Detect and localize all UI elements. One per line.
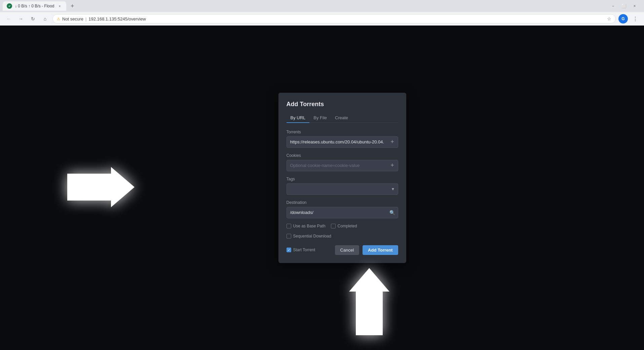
address-bar: ← → ↻ ⌂ ⚠ Not secure | 192.168.1.135:524… [0,12,644,26]
address-input[interactable]: ⚠ Not secure | 192.168.1.135:5245/overvi… [52,14,616,24]
destination-label: Destination [287,200,398,205]
destination-browse-button[interactable]: 🔍 [387,207,398,218]
torrents-input-row: + [287,136,398,148]
tab-by-file[interactable]: By File [309,113,331,123]
torrents-label: Torrents [287,130,398,134]
tab-by-url[interactable]: By URL [287,113,310,123]
options-row: Use as Base Path Completed Sequential Do… [287,224,398,238]
sequential-download-option[interactable]: Sequential Download [287,234,331,238]
close-button[interactable]: × [631,2,639,10]
completed-checkbox[interactable] [331,224,336,228]
destination-input[interactable] [287,207,387,218]
new-tab-button[interactable]: + [68,1,77,11]
security-text: Not secure [62,16,83,21]
chrome-menu-button[interactable]: ⋮ [631,14,640,24]
tags-field-group: Tags ▼ [287,177,398,195]
cookies-label: Cookies [287,153,398,158]
start-torrent-label: Start Torrent [293,248,315,252]
bookmark-icon[interactable]: ☆ [607,16,611,21]
start-torrent-checkbox[interactable]: ✓ [287,248,291,252]
sequential-download-checkbox[interactable] [287,234,291,238]
address-separator: | [85,16,86,21]
start-torrent-option[interactable]: ✓ Start Torrent [287,248,315,252]
torrents-input[interactable] [287,137,387,147]
page-content: Add Torrents By URL By File Create Torre… [0,26,644,350]
use-as-base-path-option[interactable]: Use as Base Path [287,224,326,228]
active-tab[interactable]: ↓ 0 B/s ↑ 0 B/s - Flood × [3,1,66,11]
add-torrent-button[interactable]: Add Torrent [363,245,398,255]
home-button[interactable]: ⌂ [40,14,50,24]
cookies-input[interactable] [287,160,387,171]
dialog-tabs: By URL By File Create [287,113,398,123]
reload-button[interactable]: ↻ [28,14,38,24]
forward-button[interactable]: → [16,14,26,24]
use-as-base-path-label: Use as Base Path [293,224,326,228]
cancel-button[interactable]: Cancel [335,245,359,255]
minimize-button[interactable]: − [609,2,617,10]
modal-overlay: Add Torrents By URL By File Create Torre… [0,26,644,350]
add-torrents-dialog: Add Torrents By URL By File Create Torre… [278,93,406,263]
tab-close-icon[interactable]: × [57,3,62,9]
use-as-base-path-checkbox[interactable] [287,224,291,228]
sequential-download-label: Sequential Download [293,234,331,238]
destination-field-group: Destination 🔍 [287,200,398,218]
completed-label: Completed [338,224,357,228]
torrents-add-button[interactable]: + [387,137,398,147]
maximize-button[interactable]: ⬜ [620,2,628,10]
completed-option[interactable]: Completed [331,224,357,228]
tags-chevron-icon: ▼ [391,187,395,191]
tags-label: Tags [287,177,398,181]
window-controls: − ⬜ × [609,2,641,10]
dialog-title: Add Torrents [287,101,398,108]
destination-input-row: 🔍 [287,207,398,218]
tab-bar: ↓ 0 B/s ↑ 0 B/s - Flood × + − ⬜ × [0,0,644,12]
torrents-field-group: Torrents + [287,130,398,148]
browser-chrome: ↓ 0 B/s ↑ 0 B/s - Flood × + − ⬜ × ← → ↻ … [0,0,644,26]
cookies-field-group: Cookies + [287,153,398,171]
actions-row: ✓ Start Torrent Cancel Add Torrent [287,245,398,255]
tags-input[interactable]: ▼ [287,183,398,195]
tab-title: ↓ 0 B/s ↑ 0 B/s - Flood [15,4,54,8]
cookies-input-row: + [287,160,398,171]
tab-create[interactable]: Create [331,113,352,123]
cookies-add-button[interactable]: + [387,160,398,171]
url-text: 192.168.1.135:5245/overview [88,16,146,21]
profile-button[interactable]: G [618,14,628,24]
tab-favicon [7,3,12,9]
back-button[interactable]: ← [4,14,13,24]
security-icon: ⚠ [57,17,60,21]
